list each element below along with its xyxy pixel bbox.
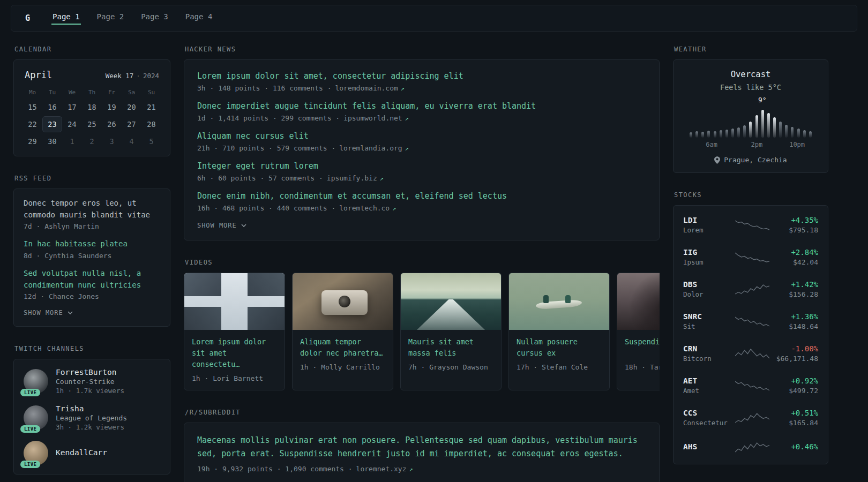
video-card[interactable]: Nullam posuere cursus ex17h · Stefan Col… [508, 273, 610, 390]
post-meta-text: 19h · 9,932 points · 1,090 comments · [197, 465, 353, 473]
hn-item-title[interactable]: Donec enim nibh, condimentum et accumsan… [197, 191, 646, 202]
calendar-card: April Week 17·2024 MoTuWeThFrSaSu 151617… [13, 59, 170, 156]
video-thumbnail [293, 273, 393, 330]
hn-item-domain-link[interactable]: loremtech.co [339, 204, 390, 212]
calendar-day: 30 [42, 133, 62, 149]
stock-id: IIGIpsum [683, 248, 735, 266]
hn-item-title[interactable]: Aliquam nec cursus elit [197, 131, 646, 142]
rss-item-title[interactable]: Donec tempor eros leo, ut commodo mauris… [24, 198, 160, 221]
stock-sparkline [735, 441, 769, 454]
video-card-body: Suspendisse diam18h · Tara [617, 330, 660, 379]
twitch-channel[interactable]: LIVEKendallCarr [24, 441, 160, 465]
live-badge: LIVE [20, 461, 40, 468]
video-thumbnail [617, 273, 660, 330]
hn-item-domain-link[interactable]: ipsumworld.net [343, 114, 402, 122]
stock-change: +4.35% [769, 216, 818, 224]
calendar-header: April Week 17·2024 [23, 69, 161, 86]
rss-item-meta: 12d · Chance Jones [24, 292, 160, 300]
calendar-day: 5 [141, 133, 161, 149]
subreddit-card: Maecenas mollis pulvinar erat non posuer… [184, 423, 660, 482]
video-card[interactable]: Aliquam tempor dolor nec pharetra…1h · M… [292, 273, 393, 390]
tab-page-2[interactable]: Page 2 [96, 12, 125, 25]
subreddit-post-title[interactable]: Maecenas mollis pulvinar erat non posuer… [197, 434, 646, 461]
dashboard: CALENDAR April Week 17·2024 MoTuWeThFrSa… [0, 32, 868, 482]
calendar-year: 2024 [143, 72, 159, 80]
tab-page-1[interactable]: Page 1 [51, 12, 81, 25]
calendar-day: 24 [62, 116, 82, 132]
video-meta: 18h · Tara [625, 363, 660, 371]
rss-show-more-button[interactable]: SHOW MORE [24, 309, 73, 317]
rss-item: Donec tempor eros leo, ut commodo mauris… [24, 198, 160, 230]
calendar-day: 1 [62, 133, 82, 149]
stock-row: IIGIpsum+2.84%$42.04 [683, 241, 818, 273]
video-title: Aliquam tempor dolor nec pharetra… [300, 336, 385, 359]
channel-game: League of Legends [56, 414, 127, 422]
top-bar: G Page 1Page 2Page 3Page 4 [11, 5, 857, 32]
stock-change: +2.84% [769, 248, 818, 257]
rss-item: In hac habitasse platea8d · Cynthia Saun… [24, 238, 160, 260]
weather-feels-like: Feels like 5°C [682, 83, 819, 92]
twitch-channel[interactable]: LIVETrishaLeague of Legends3h · 1.2k vie… [24, 404, 160, 431]
hn-item-domain-link[interactable]: loremdomain.com [335, 84, 398, 92]
hn-item-title[interactable]: Integer eget rutrum lorem [197, 161, 646, 172]
app-logo[interactable]: G [25, 13, 30, 23]
rss-widget-title: RSS FEED [14, 175, 170, 182]
stock-row: AHS+0.46% [683, 434, 818, 461]
rss-item-title[interactable]: Sed volutpat nulla nisl, a condimentum n… [24, 268, 160, 291]
show-more-label: SHOW MORE [197, 222, 237, 229]
hn-item-title[interactable]: Donec imperdiet augue tincidunt felis al… [197, 101, 646, 112]
thumbnail-detail [184, 307, 221, 330]
chevron-down-icon [241, 224, 246, 227]
calendar-widget-title: CALENDAR [14, 46, 170, 53]
hn-item-domain-link[interactable]: loremlandia.org [339, 144, 402, 152]
stock-spark-wrap [735, 315, 769, 328]
stock-id: AETAmet [683, 376, 735, 395]
avatar: LIVE [24, 369, 48, 394]
video-card[interactable]: Lorem ipsum dolor sit amet consectetu…1h… [184, 273, 285, 390]
subreddit-post-domain-link[interactable]: loremnet.xyz [356, 465, 407, 473]
hacker-news-item: Donec imperdiet augue tincidunt felis al… [197, 101, 646, 122]
video-card[interactable]: Suspendisse diam18h · Tara [617, 273, 660, 390]
videos-row: Lorem ipsum dolor sit amet consectetu…1h… [184, 273, 660, 390]
hacker-news-item: Aliquam nec cursus elit21h · 710 points … [197, 131, 646, 152]
weather-time-label: 6am [706, 141, 717, 148]
hacker-news-show-more-button[interactable]: SHOW MORE [197, 222, 246, 229]
left-column: CALENDAR April Week 17·2024 MoTuWeThFrSa… [13, 46, 170, 475]
stock-change: +0.51% [769, 409, 818, 417]
video-card[interactable]: Mauris sit amet massa felis7h · Grayson … [400, 273, 502, 390]
channel-info: TrishaLeague of Legends3h · 1.2k viewers [56, 404, 127, 431]
hn-item-meta: 16h · 468 points · 440 comments ·loremte… [197, 204, 646, 212]
show-more-label: SHOW MORE [24, 309, 63, 317]
calendar-week: Week 17·2024 [106, 72, 159, 80]
video-thumbnail [184, 273, 285, 330]
hn-meta-text: 16h · 468 points · 440 comments · [197, 204, 335, 212]
stock-symbol: SNRC [683, 312, 735, 321]
channel-info: KendallCarr [56, 448, 107, 458]
avatar: LIVE [24, 441, 48, 465]
stock-price: $148.64 [769, 322, 818, 330]
calendar-week-label: Week 17 [106, 72, 134, 80]
stock-values: +0.51%$165.84 [769, 409, 818, 427]
stock-price: $795.18 [769, 226, 818, 234]
rss-item-title[interactable]: In hac habitasse platea [24, 238, 160, 250]
hn-item-domain-link[interactable]: ipsumify.biz [327, 174, 377, 182]
hn-item-title[interactable]: Lorem ipsum dolor sit amet, consectetur … [197, 71, 646, 82]
external-link-icon: ↗ [392, 205, 396, 212]
weather-bar [701, 132, 704, 138]
tab-page-3[interactable]: Page 3 [140, 12, 169, 25]
weather-bar [720, 130, 722, 138]
stock-change: -1.00% [769, 344, 818, 353]
rss-item-meta: 7d · Ashlyn Martin [24, 222, 160, 230]
stock-sparkline [735, 315, 769, 328]
stock-row: DBSDolor+1.42%$156.28 [683, 273, 818, 305]
tab-page-4[interactable]: Page 4 [184, 12, 214, 25]
stock-row: AETAmet+0.92%$499.72 [683, 370, 818, 402]
twitch-channel[interactable]: LIVEForrestBurtonCounter-Strike1h · 1.7k… [24, 368, 160, 395]
calendar-dow-label: Mo [23, 86, 42, 99]
stock-name: Consectetur [683, 419, 735, 427]
weather-bar [773, 117, 776, 138]
video-title: Lorem ipsum dolor sit amet consectetu… [192, 336, 277, 370]
calendar-day: 21 [141, 99, 161, 115]
rss-item: Sed volutpat nulla nisl, a condimentum n… [24, 268, 160, 300]
hn-meta-text: 6h · 60 points · 57 comments · [197, 174, 323, 182]
